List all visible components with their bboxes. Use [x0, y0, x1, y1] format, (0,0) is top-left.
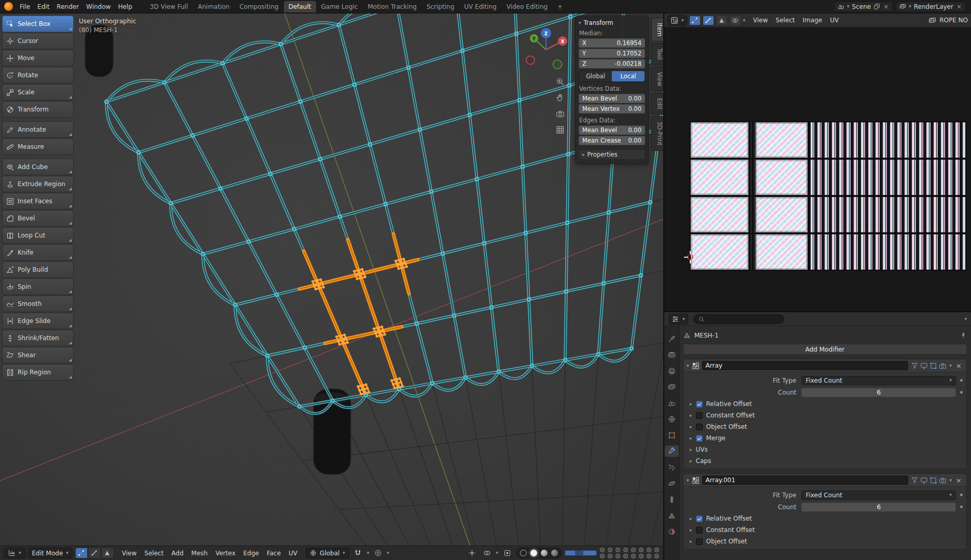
- modifier-extras-chevron[interactable]: ▾: [950, 478, 952, 483]
- vertex-mean-bevel[interactable]: Mean Bevel0.00: [579, 94, 645, 103]
- median-y[interactable]: Y0.17052: [579, 49, 645, 58]
- field-dropdown-fit-type[interactable]: Fixed Count▾: [801, 376, 956, 385]
- image-datablock-icon[interactable]: [928, 17, 936, 24]
- delete-modifier-button[interactable]: ×: [954, 477, 963, 484]
- expand-chevron-icon[interactable]: ▸: [690, 528, 692, 533]
- zoom-icon[interactable]: [554, 76, 566, 87]
- blender-logo-icon[interactable]: [4, 2, 13, 11]
- viewport-menu-mesh[interactable]: Mesh: [188, 548, 212, 558]
- uv-canvas[interactable]: [664, 27, 971, 311]
- field-number-count[interactable]: 6: [801, 388, 956, 397]
- overlays-options-chevron[interactable]: ▾: [496, 551, 498, 555]
- uv-edge-select-button[interactable]: [703, 16, 714, 25]
- checkbox-constant-offset[interactable]: [696, 527, 703, 534]
- expand-chevron-icon[interactable]: ▸: [690, 516, 692, 521]
- tool-shrink-fatten[interactable]: Shrink/Fatten: [2, 330, 74, 346]
- expand-chevron-icon[interactable]: ▸: [690, 425, 692, 429]
- workspace-tab-3d-view-full[interactable]: 3D View Full: [145, 1, 193, 12]
- props-tab-particles[interactable]: [665, 461, 679, 473]
- keyframe-dot[interactable]: [960, 391, 963, 394]
- props-tab-tool[interactable]: [665, 333, 679, 344]
- vertex-group-filter-icon[interactable]: [911, 476, 919, 484]
- show-overlays-button[interactable]: [481, 548, 493, 558]
- menu-file[interactable]: File: [16, 1, 34, 12]
- mode-selector[interactable]: Edit Mode ▾: [28, 548, 73, 558]
- props-tab-scene[interactable]: [665, 397, 679, 409]
- checkbox-constant-offset[interactable]: [696, 412, 703, 419]
- median-x[interactable]: X0.16954: [579, 38, 645, 48]
- pin-icon[interactable]: [960, 332, 967, 339]
- header-options-chevron[interactable]: ▾: [964, 317, 967, 321]
- display-viewport-icon[interactable]: [920, 361, 928, 370]
- tool-scale[interactable]: Scale: [2, 84, 74, 101]
- material-shading-button[interactable]: [541, 550, 548, 556]
- duplicate-scene-icon[interactable]: [873, 3, 880, 10]
- transform-orientation-dropdown[interactable]: Global ▾: [306, 548, 349, 558]
- snap-options-chevron[interactable]: ▾: [367, 551, 370, 555]
- tool-rip-region[interactable]: Rip Region: [2, 364, 74, 381]
- uv-menu-view[interactable]: View: [749, 15, 771, 25]
- properties-collapsed-section[interactable]: ▸ Properties: [579, 149, 645, 160]
- modifier-name-field[interactable]: Array: [702, 361, 908, 370]
- viewport-menu-uv[interactable]: UV: [285, 548, 301, 558]
- display-render-icon[interactable]: [939, 476, 947, 484]
- uv-menu-uv[interactable]: UV: [826, 15, 842, 25]
- properties-search-input[interactable]: [693, 314, 784, 324]
- pan-hand-icon[interactable]: [554, 92, 566, 103]
- viewport-menu-add[interactable]: Add: [168, 548, 187, 558]
- global-button[interactable]: Global: [579, 71, 612, 81]
- solid-shading-button[interactable]: [530, 550, 537, 556]
- checkbox-relative-offset[interactable]: [696, 515, 703, 522]
- sidebar-tab-3d-print[interactable]: 3D-Print: [651, 116, 663, 151]
- ortho-grid-icon[interactable]: [554, 124, 566, 135]
- menu-render[interactable]: Render: [53, 1, 83, 12]
- props-tab-modifiers[interactable]: [665, 445, 679, 457]
- median-z[interactable]: Z-0.00218: [579, 59, 645, 68]
- tool-shear[interactable]: Shear: [2, 347, 74, 363]
- rendered-shading-button[interactable]: [551, 550, 558, 556]
- unlink-layer-icon[interactable]: ×: [956, 3, 962, 10]
- proportional-editing-button[interactable]: [372, 548, 384, 558]
- keyframe-dot[interactable]: [960, 379, 963, 382]
- vertex-select-mode-button[interactable]: [75, 548, 88, 558]
- checkbox-object-offset[interactable]: [696, 538, 703, 545]
- expand-chevron-icon[interactable]: ▸: [690, 413, 692, 418]
- edge-mean-bevel[interactable]: Mean Bevel0.00: [579, 125, 645, 135]
- edge-select-mode-button[interactable]: [88, 548, 101, 558]
- tool-poly-build[interactable]: Poly Build: [2, 261, 74, 278]
- workspace-tab-compositing[interactable]: Compositing: [235, 1, 283, 12]
- editor-type-button[interactable]: ▾: [4, 548, 25, 558]
- tool-inset-faces[interactable]: Inset Faces: [2, 193, 74, 209]
- delete-modifier-button[interactable]: ×: [954, 362, 963, 370]
- uv-select-options-chevron[interactable]: ▾: [743, 18, 746, 23]
- local-button[interactable]: Local: [612, 71, 645, 81]
- props-tab-physics[interactable]: [665, 478, 679, 489]
- props-tab-view-layer[interactable]: [665, 381, 679, 393]
- scene-selector[interactable]: ▾ Scene ×: [834, 2, 893, 12]
- viewport-menu-edge[interactable]: Edge: [240, 548, 263, 558]
- add-modifier-button[interactable]: Add Modifier: [683, 344, 967, 355]
- 3d-viewport[interactable]: User Orthographic (80) MESH-1 Select Box…: [0, 13, 663, 545]
- unlink-scene-icon[interactable]: ×: [883, 3, 889, 10]
- workspace-tab-uv-editing[interactable]: UV Editing: [459, 1, 501, 12]
- modifier-name-field[interactable]: Array.001: [702, 475, 908, 485]
- keyframe-dot[interactable]: [960, 506, 963, 508]
- viewport-menu-view[interactable]: View: [118, 548, 140, 558]
- navigation-gizmo[interactable]: Z Y X: [521, 24, 571, 76]
- modifier-extras-chevron[interactable]: ▾: [950, 363, 952, 368]
- checkbox-object-offset[interactable]: [696, 424, 703, 430]
- uv-2d-cursor[interactable]: [683, 250, 697, 264]
- uv-menu-select[interactable]: Select: [772, 15, 799, 25]
- props-tab-output[interactable]: [665, 365, 679, 376]
- checkbox-merge[interactable]: [696, 435, 703, 442]
- scene-browse-chevron[interactable]: ▾: [847, 4, 850, 9]
- workspace-tab-video-editing[interactable]: Video Editing: [502, 1, 552, 12]
- menu-help[interactable]: Help: [114, 1, 135, 12]
- viewport-menu-face[interactable]: Face: [263, 548, 284, 558]
- workspace-tab-scripting[interactable]: Scripting: [422, 1, 459, 12]
- tool-rotate[interactable]: Rotate: [2, 67, 74, 83]
- proportional-options-chevron[interactable]: ▾: [387, 551, 389, 555]
- edge-mean-crease[interactable]: Mean Crease0.00: [579, 136, 645, 145]
- xray-toggle-button[interactable]: [501, 548, 513, 558]
- tool-cursor[interactable]: Cursor: [2, 33, 74, 49]
